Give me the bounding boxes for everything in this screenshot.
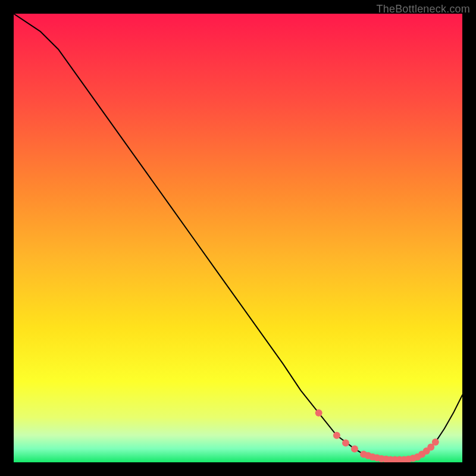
data-marker (351, 445, 358, 452)
data-marker (432, 439, 439, 446)
data-marker (333, 432, 340, 439)
data-marker (315, 409, 322, 416)
chart-svg (14, 14, 462, 462)
chart-frame: TheBottleneck.com (0, 0, 476, 476)
data-marker (342, 440, 349, 447)
plot-area (14, 14, 462, 462)
